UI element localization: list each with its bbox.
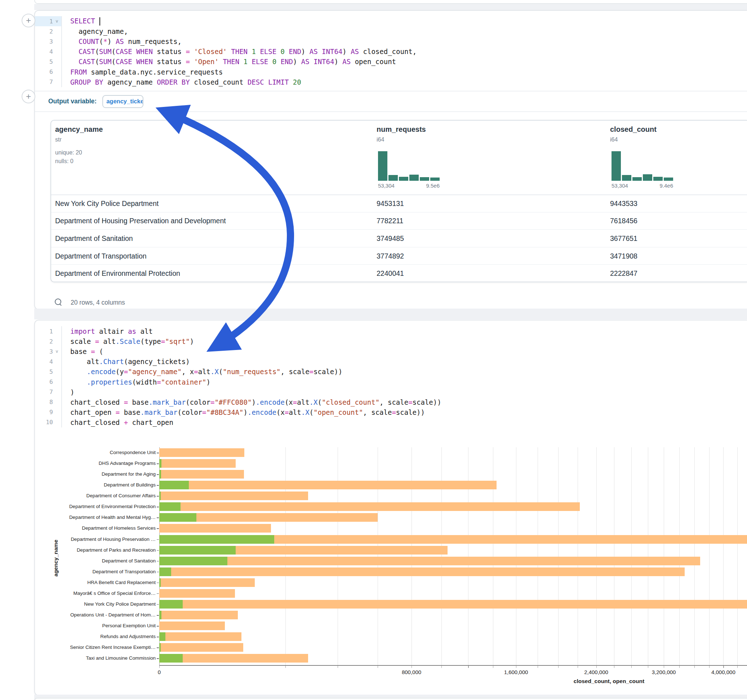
- search-icon[interactable]: [55, 299, 63, 306]
- chart-bar-closed: [159, 459, 236, 468]
- cell-gap-band: [34, 4, 747, 10]
- histogram-bar: [389, 175, 398, 181]
- y-axis-label: Department of Parks and Recreation: [37, 547, 156, 553]
- y-axis-tick: [157, 604, 159, 605]
- output-variable-badge[interactable]: agency_tickets: [102, 95, 144, 108]
- histogram-min-label: 53,304: [378, 183, 395, 189]
- table-row[interactable]: Department of Environmental Protection22…: [51, 265, 747, 282]
- chart-bar-closed: [159, 622, 225, 630]
- table-row[interactable]: Department of Sanitation37494853677651: [51, 230, 747, 247]
- histogram-bar: [378, 151, 387, 181]
- add-cell-button-top[interactable]: +: [22, 14, 35, 27]
- table-cell: Department of Transportation: [55, 252, 147, 260]
- line-number: 3: [35, 38, 53, 45]
- num-requests-histogram: [378, 151, 440, 181]
- table-cell: 7618456: [610, 217, 637, 225]
- x-axis-label: 1,600,000: [504, 669, 528, 675]
- table-cell: Department of Sanitation: [55, 234, 133, 242]
- chart-bar-open: [159, 459, 162, 468]
- code-line: 4 CAST(SUM(CASE WHEN status = 'Closed' T…: [35, 47, 747, 57]
- y-axis-label: Department for the Aging: [37, 471, 156, 477]
- divider: [35, 111, 747, 112]
- table-row[interactable]: Department of Transportation377489234719…: [51, 247, 747, 265]
- grid-line: [442, 447, 442, 665]
- y-axis-label: Refunds and Adjustments: [37, 634, 156, 639]
- x-axis-label: 2,400,000: [584, 669, 608, 675]
- x-axis-line: [159, 665, 747, 666]
- y-axis-label: Department of Buildings: [37, 482, 156, 487]
- y-axis-tick: [157, 463, 159, 464]
- y-axis-tick: [157, 637, 159, 637]
- y-axis-label: Operations Unit - Department of Hom…: [37, 612, 156, 617]
- line-number: 10: [35, 419, 53, 425]
- y-axis-tick: [157, 572, 159, 573]
- grid-line: [596, 447, 597, 665]
- y-axis-tick: [157, 539, 159, 540]
- add-cell-button-middle[interactable]: +: [22, 90, 35, 103]
- grid-line: [538, 447, 538, 665]
- line-number: 7: [35, 389, 53, 395]
- table-cell: 9443533: [610, 199, 637, 207]
- y-axis-tick: [157, 474, 159, 475]
- results-summary: 20 rows, 4 columns: [71, 299, 125, 306]
- chart-bar-closed: [159, 448, 244, 457]
- chart-bar-open: [159, 546, 236, 555]
- chart-bar-open: [159, 578, 161, 587]
- chart-bar-closed: [159, 502, 580, 511]
- code-line: 3>base = (: [35, 346, 747, 356]
- line-number: 7: [35, 78, 53, 85]
- collapse-caret-icon[interactable]: >: [54, 347, 60, 355]
- code-line: 10chart_closed + chart_open: [35, 417, 747, 427]
- y-axis-label: Department of Homeless Services: [37, 525, 156, 531]
- column-type-agency-name: str: [55, 136, 62, 143]
- chart-bar-closed: [159, 589, 235, 598]
- output-variable-label: Output variable:: [48, 98, 97, 105]
- chart-bar-open: [159, 611, 162, 619]
- code-line: 6 .properties(width="container"): [35, 377, 747, 387]
- y-axis-label: Department of Transportation: [37, 569, 156, 574]
- grid-line: [378, 447, 378, 665]
- y-axis-tick: [157, 485, 159, 486]
- code-line: 5 CAST(SUM(CASE WHEN status = 'Open' THE…: [35, 57, 747, 66]
- y-axis-tick: [157, 453, 159, 453]
- chart-bar-closed: [159, 481, 496, 489]
- chart-bar-open: [159, 513, 197, 522]
- table-row[interactable]: New York City Police Department945313194…: [51, 195, 747, 213]
- histogram-min-label: 53,304: [611, 183, 628, 189]
- grid-line: [493, 447, 493, 665]
- chart-bar-open: [159, 535, 274, 544]
- column-header-closed-count: closed_count: [610, 125, 656, 134]
- table-cell: Department of Environmental Protection: [55, 269, 180, 278]
- chart-bar-closed: [159, 557, 700, 565]
- grid-line: [411, 447, 412, 665]
- next-cell-top-edge: [34, 698, 747, 700]
- chart-bar-closed: [159, 600, 747, 608]
- y-axis-label: Department of Health and Mental Hyg…: [37, 514, 156, 520]
- chart-bar-open: [159, 492, 161, 500]
- x-axis-label: 4,000,000: [711, 669, 735, 675]
- y-axis-label: Department of Consumer Affairs: [37, 493, 156, 498]
- y-axis-label: New York City Police Department: [37, 601, 156, 607]
- x-axis-title: closed_count, open_count: [574, 678, 644, 685]
- python-code-editor[interactable]: 1import altair as alt2scale = alt.Scale(…: [35, 326, 747, 427]
- grid-line: [631, 447, 632, 665]
- chart-bar-closed: [159, 578, 255, 587]
- table-row[interactable]: Department of Housing Preservation and D…: [51, 213, 747, 230]
- y-axis-label: Department of Housing Preservation …: [37, 537, 156, 542]
- line-number: 9: [35, 409, 53, 416]
- histogram-max-label: 9.4e6: [659, 183, 673, 189]
- code-line: 5 .encode(y="agency_name", x=alt.X("num_…: [35, 367, 747, 377]
- grid-line: [679, 447, 680, 665]
- grid-line: [723, 447, 724, 665]
- chart-bar-open: [159, 502, 180, 511]
- code-line: 7GROUP BY agency_name ORDER BY closed_co…: [35, 77, 747, 87]
- chart-bar-closed: [159, 492, 308, 500]
- notebook-page: + + 1>SELECT 2 agency_name,3 COUNT(*) AS…: [0, 0, 747, 700]
- collapse-caret-icon[interactable]: >: [54, 17, 60, 25]
- table-cell: 3471908: [610, 252, 637, 260]
- table-cell: 3677651: [610, 234, 637, 242]
- y-axis-label: Department of Sanitation: [37, 558, 156, 564]
- table-cell: 3774892: [377, 252, 404, 260]
- sql-code-editor[interactable]: 1>SELECT 2 agency_name,3 COUNT(*) AS num…: [35, 16, 747, 87]
- histogram-bar: [399, 177, 408, 181]
